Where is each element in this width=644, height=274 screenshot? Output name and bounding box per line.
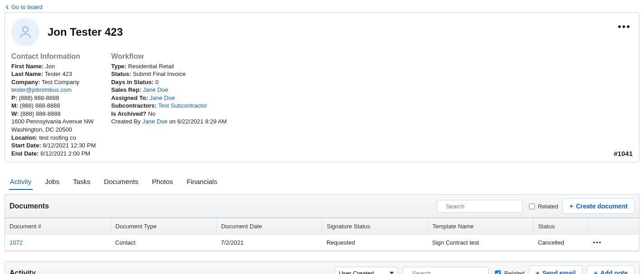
person-icon <box>18 24 33 40</box>
tab-documents[interactable]: Documents <box>103 175 139 190</box>
doc-date-cell: 7/2/2021 <box>216 235 322 251</box>
back-to-board-label: Go to board <box>11 4 43 10</box>
wf-assigned-label: Assigned To: <box>111 94 148 101</box>
wf-type-value: Residential Retail <box>128 63 174 70</box>
activity-related-toggle[interactable]: Related <box>493 269 524 274</box>
wf-created-label: Created By <box>111 118 142 125</box>
tab-photos[interactable]: Photos <box>151 175 174 190</box>
tab-jobs[interactable]: Jobs <box>44 175 61 190</box>
wf-archived-value: No <box>148 110 156 117</box>
plus-icon: + <box>536 269 539 274</box>
company-label: Company: <box>11 79 40 85</box>
table-row: 1072 Contact 7/2/2021 Requested Sign Con… <box>5 235 639 251</box>
documents-panel: Documents Related + Create document <box>5 194 639 251</box>
activity-panel: Activity User Created Related + Send ema… <box>5 261 639 274</box>
contact-info-block: Contact Information First Name: Jon Last… <box>11 52 96 157</box>
phone-w-label: W: <box>11 110 19 117</box>
page-title: Jon Tester 423 <box>48 26 123 38</box>
col-template[interactable]: Template Name <box>428 218 533 235</box>
doc-num-link[interactable]: 1072 <box>10 239 23 246</box>
last-name-label: Last Name: <box>11 71 43 77</box>
wf-sub-label: Subcontractors: <box>111 102 156 109</box>
last-name-value: Tester 423 <box>44 71 72 77</box>
add-note-label: Add note <box>600 269 628 274</box>
first-name-value: Jon <box>45 63 55 70</box>
location-value: : test roofing co <box>36 134 76 141</box>
wf-assigned-link[interactable]: Jane Doe <box>149 94 175 101</box>
wf-sub-link[interactable]: Test Subcontractor <box>158 102 207 109</box>
wf-created-by-link[interactable]: Jane Doe <box>142 118 168 125</box>
record-id: #1041 <box>614 150 633 157</box>
wf-type-label: Type: <box>111 63 126 70</box>
start-date-value: 8/12/2021 12:30 PM <box>43 142 96 149</box>
plus-icon: + <box>569 203 573 210</box>
email-link[interactable]: tester@jobnimbus.com <box>11 86 72 93</box>
wf-days-label: Days in Status: <box>111 79 154 85</box>
address-line-2: Washington, DC 20500 <box>11 126 96 134</box>
documents-search-wrap <box>437 200 523 213</box>
phone-p-value: (888) 888-8888 <box>19 94 59 101</box>
col-doc-num[interactable]: Document # <box>5 218 111 235</box>
row-more-button[interactable]: ••• <box>588 235 639 251</box>
tab-activity[interactable]: Activity <box>9 175 33 190</box>
send-email-button[interactable]: + Send email <box>529 265 582 274</box>
wf-archived-label: Is Archived? <box>111 110 146 117</box>
wf-rep-link[interactable]: Jane Doe <box>143 86 168 93</box>
location-label: Location <box>11 134 36 141</box>
wf-days-value: 0 <box>155 79 159 85</box>
documents-search-input[interactable] <box>445 203 523 210</box>
wf-created-on: on 6/22/2021 8:29 AM <box>168 118 227 125</box>
first-name-label: First Name: <box>11 63 44 70</box>
add-note-button[interactable]: + Add note <box>587 265 634 274</box>
plus-icon: + <box>594 269 597 274</box>
tab-financials[interactable]: Financials <box>186 175 218 190</box>
tab-tasks[interactable]: Tasks <box>72 175 91 190</box>
activity-related-checkbox[interactable] <box>495 270 501 274</box>
activity-search-input[interactable] <box>411 269 489 274</box>
address-line-1: 1600 Pennsylvania Avenue NW <box>11 118 96 126</box>
create-document-button[interactable]: + Create document <box>562 198 634 214</box>
workflow-heading: Workflow <box>111 52 226 61</box>
documents-panel-title: Documents <box>10 202 49 210</box>
tab-bar: Activity Jobs Tasks Documents Photos Fin… <box>5 175 639 190</box>
col-doc-type[interactable]: Document Type <box>111 218 216 235</box>
send-email-label: Send email <box>542 269 576 274</box>
end-date-label: End Date: <box>11 150 39 157</box>
end-date-value: 8/12/2021 2:00 PM <box>40 150 90 157</box>
phone-p-label: P: <box>11 94 17 101</box>
doc-type-cell: Contact <box>111 235 216 251</box>
documents-table: Document # Document Type Document Date S… <box>5 218 639 251</box>
activity-related-label: Related <box>504 270 524 274</box>
create-document-label: Create document <box>576 203 628 210</box>
phone-w-value: (888) 888-8888 <box>20 110 61 117</box>
wf-status-label: Status: <box>111 71 131 77</box>
svg-point-0 <box>23 27 28 32</box>
doc-template-cell: Sign Contract test <box>428 235 533 251</box>
activity-panel-title: Activity <box>10 269 36 274</box>
doc-sig-cell: Requested <box>322 235 428 251</box>
documents-related-toggle[interactable]: Related <box>527 202 558 211</box>
contact-card: ••• Jon Tester 423 Contact Information F… <box>5 12 639 162</box>
col-actions <box>588 218 639 235</box>
col-sig-status[interactable]: Signature Status <box>322 218 428 235</box>
wf-rep-label: Sales Rep: <box>111 86 141 93</box>
col-status[interactable]: Status <box>533 218 589 235</box>
company-value: Test Company <box>42 79 79 85</box>
documents-related-checkbox[interactable] <box>529 203 535 209</box>
phone-m-label: M: <box>11 102 18 109</box>
contact-info-heading: Contact Information <box>11 52 96 61</box>
documents-related-label: Related <box>538 203 558 210</box>
back-to-board-link[interactable]: Go to board <box>5 4 43 10</box>
activity-filter-select[interactable]: User Created <box>335 267 398 274</box>
avatar <box>11 18 39 46</box>
card-more-button[interactable]: ••• <box>618 21 631 33</box>
wf-status-value: Submit Final Invoice <box>133 71 186 77</box>
doc-status-cell: Cancelled <box>533 235 589 251</box>
activity-search-wrap <box>403 267 489 274</box>
phone-m-value: (888) 888-8888 <box>20 102 60 109</box>
arrow-left-icon <box>5 5 10 9</box>
col-doc-date[interactable]: Document Date <box>216 218 322 235</box>
start-date-label: Start Date: <box>11 142 41 149</box>
workflow-block: Workflow Type: Residential Retail Status… <box>111 52 226 157</box>
